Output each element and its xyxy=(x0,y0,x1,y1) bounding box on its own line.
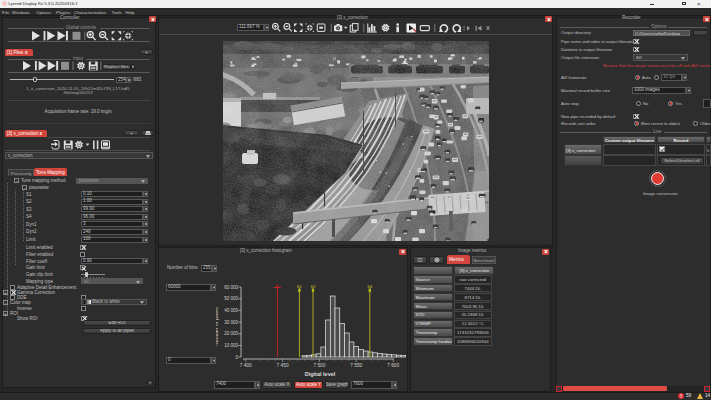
svg-text:7 400: 7 400 xyxy=(240,363,252,368)
svg-text:Number of pixels: Number of pixels xyxy=(216,307,219,346)
svg-text:S2: S2 xyxy=(310,284,316,289)
svg-text:S1: S1 xyxy=(297,284,303,289)
svg-text:7 450: 7 450 xyxy=(277,363,289,368)
svg-text:50 000: 50 000 xyxy=(224,296,238,301)
svg-text:10 000: 10 000 xyxy=(224,343,238,348)
svg-text:7 550: 7 550 xyxy=(350,363,362,368)
svg-text:7 500: 7 500 xyxy=(313,363,325,368)
svg-text:20 000: 20 000 xyxy=(224,331,238,336)
svg-text:30 000: 30 000 xyxy=(224,320,238,325)
svg-text:60 000: 60 000 xyxy=(224,285,238,290)
svg-text:S4: S4 xyxy=(367,284,373,289)
svg-text:7 600: 7 600 xyxy=(387,363,399,368)
svg-text:40 000: 40 000 xyxy=(224,308,238,313)
svg-text:0: 0 xyxy=(235,355,238,360)
